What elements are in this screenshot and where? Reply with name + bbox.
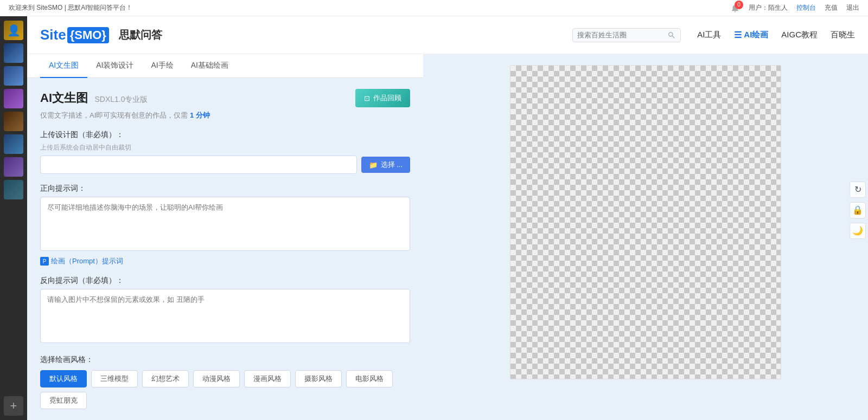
- prompt-link-icon: P: [40, 257, 49, 266]
- style-btn-film[interactable]: 电影风格: [346, 370, 393, 387]
- right-panel: [423, 54, 868, 420]
- nav-ai-draw[interactable]: ☰ AI绘画: [734, 30, 768, 40]
- tabs: AI文生图 AI装饰设计 AI手绘 AI基础绘画: [27, 54, 423, 78]
- upload-label: 上传设计图（非必填）：: [40, 130, 410, 140]
- negative-prompt-label: 反向提示词（非必填）：: [40, 276, 410, 286]
- tool-lock-btn[interactable]: 🔒: [850, 202, 866, 218]
- header-nav: AI工具 ☰ AI绘画 AIGC教程 百晓生: [697, 30, 855, 40]
- sidebar-avatar-main[interactable]: 👤: [4, 21, 23, 40]
- sidebar-avatar-2[interactable]: [4, 66, 23, 86]
- btn-select-file[interactable]: 📁 选择 ...: [361, 157, 410, 173]
- form-area: AI文生图 SDXL1.0专业版 ⊡ 作品回顾 仅需文字描述，AI即可实现有创意…: [27, 78, 423, 420]
- tab-ai-hand-draw[interactable]: AI手绘: [142, 54, 182, 78]
- tool-moon-btn[interactable]: 🌙: [850, 223, 866, 239]
- tab-ai-basic-draw[interactable]: AI基础绘画: [182, 54, 237, 78]
- style-btn-3d[interactable]: 三维模型: [91, 370, 138, 387]
- notification-icon[interactable]: 0: [730, 3, 740, 13]
- page-title-row-left: AI文生图 SDXL1.0专业版: [40, 90, 148, 106]
- sidebar-avatar-7[interactable]: [4, 180, 23, 199]
- prompt-link[interactable]: P 绘画（Prompt）提示词: [40, 256, 410, 266]
- btn-works[interactable]: ⊡ 作品回顾: [355, 89, 410, 107]
- right-tools: ↻ 🔒 🌙: [847, 177, 868, 243]
- style-btn-default[interactable]: 默认风格: [40, 370, 87, 387]
- style-btn-fantasy[interactable]: 幻想艺术: [142, 370, 189, 387]
- folder-icon: 📁: [369, 161, 378, 169]
- upload-hint: 上传后系统会自动居中自由裁切: [40, 143, 410, 152]
- style-btn-neon[interactable]: 霓虹朋克: [40, 392, 87, 409]
- style-label: 选择绘画风格：: [40, 355, 410, 365]
- file-input-box[interactable]: [40, 156, 357, 174]
- tab-ai-decor-design[interactable]: AI装饰设计: [87, 54, 142, 78]
- logo-title: 思默问答: [119, 28, 162, 42]
- user-label: 用户：陌生人: [749, 3, 788, 12]
- positive-prompt-label: 正向提示词：: [40, 184, 410, 193]
- menu-icon: ☰: [734, 30, 742, 40]
- works-icon: ⊡: [364, 94, 370, 102]
- control-link[interactable]: 控制台: [796, 3, 816, 12]
- style-btn-manga[interactable]: 漫画风格: [244, 370, 291, 387]
- tool-refresh-btn[interactable]: ↻: [850, 182, 866, 198]
- sidebar-avatar-1[interactable]: [4, 43, 23, 63]
- negative-prompt-section: 反向提示词（非必填）：: [40, 276, 410, 345]
- notif-badge: 0: [735, 1, 743, 9]
- charge-link[interactable]: 充值: [825, 3, 838, 12]
- top-bar: 欢迎来到 SiteSMO | 思默AI智能问答平台！ 0 用户：陌生人 控制台 …: [0, 0, 868, 16]
- upload-section: 上传设计图（非必填）： 上传后系统会自动居中自由裁切 📁 选择 ...: [40, 130, 410, 174]
- style-btn-anime[interactable]: 动漫风格: [193, 370, 240, 387]
- search-box[interactable]: [572, 28, 681, 42]
- logo: Site {SMO}: [40, 27, 109, 43]
- sidebar-avatar-6[interactable]: [4, 157, 23, 177]
- positive-prompt-section: 正向提示词： P 绘画（Prompt）提示词: [40, 184, 410, 266]
- file-input-row: 📁 选择 ...: [40, 156, 410, 174]
- style-btn-photo[interactable]: 摄影风格: [295, 370, 342, 387]
- search-input[interactable]: [577, 31, 667, 39]
- sidebar-avatar-3[interactable]: [4, 89, 23, 108]
- style-buttons: 默认风格 三维模型 幻想艺术 动漫风格 漫画风格 摄影风格 电影风格 霓虹朋克: [40, 370, 410, 409]
- header: Site {SMO} 思默问答 AI工具 ☰ AI绘画 AIGC教程 百晓生: [27, 16, 868, 54]
- logo-site: Site: [40, 27, 66, 43]
- logo-smo: {SMO}: [67, 27, 109, 43]
- canvas-area: [510, 65, 781, 379]
- content-area: AI文生图 AI装饰设计 AI手绘 AI基础绘画 AI文生图 SDXL1.0专业…: [27, 54, 868, 420]
- negative-prompt-input[interactable]: [40, 289, 410, 343]
- sidebar-add-button[interactable]: +: [4, 396, 23, 416]
- tab-ai-text-to-image[interactable]: AI文生图: [40, 54, 87, 78]
- exit-link[interactable]: 退出: [846, 3, 859, 12]
- positive-prompt-input[interactable]: [40, 197, 410, 251]
- welcome-text: 欢迎来到 SiteSMO | 思默AI智能问答平台！: [9, 3, 132, 12]
- sidebar-avatar-5[interactable]: [4, 134, 23, 154]
- logo-area: Site {SMO} 思默问答: [40, 27, 162, 43]
- subtitle: 仅需文字描述，AI即可实现有创意的作品，仅需 1 分钟: [40, 111, 410, 120]
- sidebar-avatar-4[interactable]: [4, 112, 23, 131]
- sidebar: 👤 +: [0, 16, 27, 420]
- search-icon: [667, 31, 676, 40]
- page-subtitle: SDXL1.0专业版: [94, 95, 148, 104]
- top-bar-right: 0 用户：陌生人 控制台 充值 退出: [730, 3, 859, 13]
- nav-aigc-course[interactable]: AIGC教程: [781, 30, 818, 40]
- style-section: 选择绘画风格： 默认风格 三维模型 幻想艺术 动漫风格 漫画风格 摄影风格 电影…: [40, 355, 410, 409]
- page-title: AI文生图: [40, 91, 88, 105]
- left-panel: AI文生图 AI装饰设计 AI手绘 AI基础绘画 AI文生图 SDXL1.0专业…: [27, 54, 423, 420]
- nav-baixiaosheng[interactable]: 百晓生: [831, 30, 855, 40]
- nav-ai-tools[interactable]: AI工具: [697, 30, 721, 40]
